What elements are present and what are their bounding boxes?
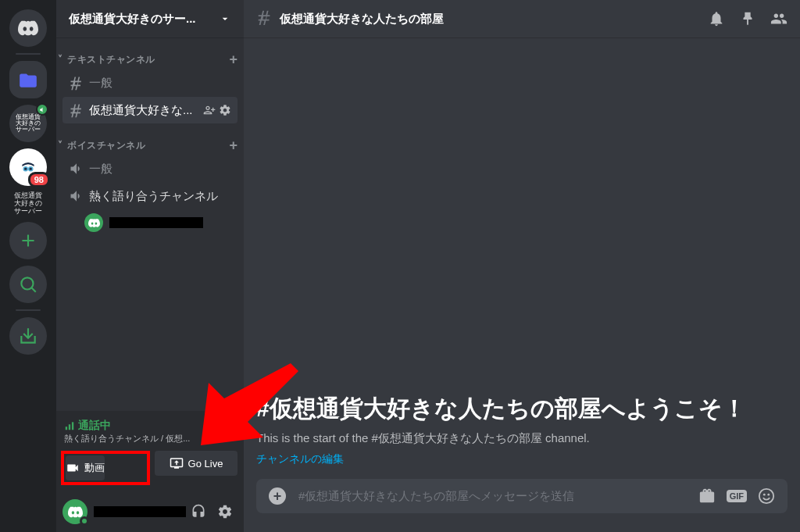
text-channel-crypto[interactable]: 仮想通貨大好きな... — [62, 97, 238, 123]
channel-list: ˅ テキストチャンネル + 一般 仮想通貨大好きな... ˅ ボイスチャンネル … — [56, 37, 244, 411]
separator — [16, 53, 41, 55]
message-list: #仮想通貨大好きな人たちの部屋へようこそ！ This is the start … — [244, 37, 800, 479]
gift-icon[interactable] — [698, 487, 716, 505]
members-icon[interactable] — [770, 10, 788, 27]
channel-name: 熱く語り合うチャンネル — [89, 189, 231, 204]
svg-point-4 — [21, 277, 33, 289]
text-channel-general[interactable]: 一般 — [62, 70, 238, 96]
status-indicator-icon — [80, 516, 89, 526]
hash-icon — [256, 9, 273, 29]
video-button[interactable]: 動画 — [66, 455, 105, 480]
svg-rect-7 — [69, 424, 70, 430]
channel-title: 仮想通貨大好きな人たちの部屋 — [280, 12, 708, 27]
svg-point-10 — [763, 494, 766, 496]
add-channel-button[interactable]: + — [229, 52, 238, 68]
server-icon-2-wrap: 98 — [9, 148, 47, 186]
notification-badge: 98 — [28, 172, 50, 187]
message-input[interactable]: + #仮想通貨大好きな人たちの部屋へメッセージを送信 GIF — [256, 479, 788, 513]
voice-indicator-icon — [36, 103, 48, 116]
channel-sidebar: 仮想通貨大好きのサー... ˅ テキストチャンネル + 一般 仮想通貨大好きな.… — [56, 0, 244, 532]
self-avatar[interactable] — [62, 499, 88, 524]
home-button[interactable] — [9, 9, 47, 47]
download-button[interactable] — [9, 317, 47, 355]
svg-rect-8 — [72, 422, 73, 430]
edit-channel-link[interactable]: チャンネルの編集 — [256, 452, 788, 466]
add-channel-button[interactable]: + — [229, 137, 238, 154]
separator — [16, 309, 41, 311]
chat-area: 仮想通貨大好きな人たちの部屋 #仮想通貨大好きな人たちの部屋へようこそ！ Thi… — [244, 0, 800, 532]
category-label: テキストチャンネル — [67, 53, 229, 66]
server-name: 仮想通貨大好きのサー... — [69, 12, 196, 27]
svg-point-3 — [30, 168, 32, 170]
chat-header: 仮想通貨大好きな人たちの部屋 — [244, 0, 800, 37]
channel-name: 仮想通貨大好きな... — [89, 103, 203, 118]
svg-point-2 — [24, 168, 27, 170]
self-username-redacted — [94, 506, 186, 517]
video-icon — [66, 461, 80, 475]
add-server-button[interactable] — [9, 222, 47, 259]
emoji-icon[interactable] — [758, 487, 775, 505]
server-icon-1-wrap: 仮想通貨 大好きの サーバー — [9, 105, 47, 142]
user-panel — [56, 491, 244, 532]
voice-user[interactable] — [56, 210, 244, 235]
chevron-down-icon — [219, 12, 231, 25]
deafen-button[interactable] — [186, 499, 211, 524]
server-icon-1[interactable]: 仮想通貨 大好きの サーバー — [9, 105, 47, 142]
voice-username-redacted — [109, 217, 203, 228]
disconnect-button[interactable] — [220, 423, 236, 441]
gear-icon[interactable] — [219, 104, 231, 116]
input-placeholder: #仮想通貨大好きな人たちの部屋へメッセージを送信 — [298, 489, 686, 504]
signal-icon — [64, 420, 75, 431]
chevron-down-icon: ˅ — [58, 140, 67, 151]
hash-icon — [69, 75, 84, 91]
voice-channel-general[interactable]: 一般 — [62, 155, 238, 182]
welcome-title: #仮想通貨大好きな人たちの部屋へようこそ！ — [256, 393, 788, 425]
golive-button[interactable]: Go Live — [155, 451, 238, 476]
voice-status-panel: 通話中 熱く語り合うチャンネル / 仮想... 動画 Go Live — [56, 411, 244, 491]
screen-icon — [170, 456, 184, 470]
voice-channel-hot[interactable]: 熱く語り合うチャンネル — [62, 183, 238, 209]
voice-connection-status[interactable]: 通話中 — [64, 419, 190, 433]
gif-button[interactable]: GIF — [727, 490, 747, 502]
svg-point-11 — [767, 494, 770, 496]
channel-name: 一般 — [89, 76, 231, 91]
category-voice[interactable]: ˅ ボイスチャンネル + — [56, 136, 244, 155]
welcome-description: This is the start of the #仮想通貨大好きな人たちの部屋… — [256, 431, 788, 446]
voice-channel-path[interactable]: 熱く語り合うチャンネル / 仮想... — [64, 433, 190, 445]
category-label: ボイスチャンネル — [67, 139, 229, 152]
pin-icon[interactable] — [739, 10, 756, 27]
guild-bar: 仮想通貨 大好きの サーバー 98 仮想通貨 大好きの サーバー — [0, 0, 56, 532]
attach-button[interactable]: + — [269, 487, 286, 505]
annotation-highlight: 動画 — [61, 451, 150, 485]
speaker-icon — [69, 188, 84, 204]
svg-rect-6 — [66, 427, 67, 430]
hash-icon — [69, 102, 84, 118]
category-text[interactable]: ˅ テキストチャンネル + — [56, 50, 244, 69]
invite-icon[interactable] — [203, 104, 216, 116]
bell-icon[interactable] — [708, 10, 725, 27]
folder-button[interactable] — [9, 61, 47, 98]
welcome-block: #仮想通貨大好きな人たちの部屋へようこそ！ This is the start … — [256, 393, 788, 466]
server-label-2: 仮想通貨 大好きの サーバー — [6, 192, 50, 216]
message-input-area: + #仮想通貨大好きな人たちの部屋へメッセージを送信 GIF — [244, 479, 800, 532]
discover-button[interactable] — [9, 266, 47, 303]
server-header[interactable]: 仮想通貨大好きのサー... — [56, 0, 244, 37]
user-avatar — [84, 213, 103, 232]
svg-point-9 — [759, 489, 773, 503]
speaker-icon — [69, 161, 84, 177]
channel-name: 一般 — [89, 162, 231, 177]
channel-actions — [203, 104, 231, 116]
chevron-down-icon: ˅ — [58, 54, 67, 65]
settings-button[interactable] — [212, 499, 238, 524]
